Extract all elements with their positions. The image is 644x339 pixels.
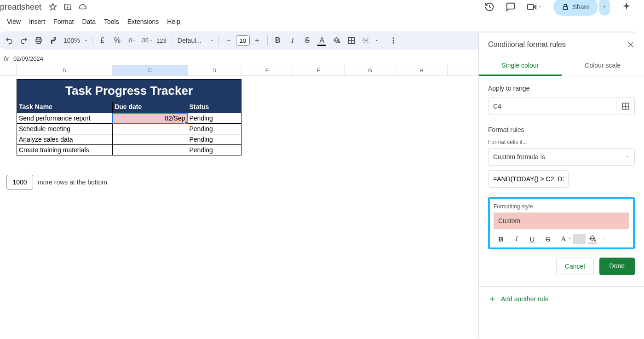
chevron-down-icon[interactable] bbox=[84, 38, 88, 43]
style-preview[interactable]: Custom bbox=[494, 213, 629, 229]
formula-value[interactable]: 02/09/2024 bbox=[13, 55, 43, 62]
chevron-down-icon[interactable] bbox=[374, 38, 379, 43]
task-header-due: Due date bbox=[113, 102, 187, 113]
strikethrough-button[interactable]: S bbox=[301, 34, 314, 47]
svg-marker-0 bbox=[50, 4, 57, 10]
formula-input[interactable] bbox=[488, 170, 569, 188]
increase-font-button[interactable]: + bbox=[251, 34, 264, 47]
more-formats-button[interactable]: 123 bbox=[155, 34, 168, 47]
table-row[interactable]: Analyze sales data Pending bbox=[17, 134, 241, 144]
formatting-style-box: Formatting style Custom B I U S A bbox=[488, 197, 635, 249]
underline-button[interactable]: U bbox=[526, 235, 539, 243]
strike-button[interactable]: S bbox=[541, 235, 554, 243]
conditional-format-panel: Conditional format rules Single colour C… bbox=[478, 33, 644, 338]
star-icon[interactable] bbox=[49, 3, 57, 11]
formatting-style-label: Formatting style bbox=[494, 203, 629, 210]
menu-bar: it View Insert Format Data Tools Extensi… bbox=[0, 15, 644, 29]
italic-button[interactable]: I bbox=[286, 34, 299, 47]
meet-icon[interactable] bbox=[527, 2, 542, 12]
font-family-select[interactable]: Defaul... bbox=[176, 37, 208, 44]
done-button[interactable]: Done bbox=[599, 258, 635, 275]
borders-button[interactable] bbox=[345, 34, 358, 47]
task-table: Task Progress Tracker Task Name Due date… bbox=[17, 79, 242, 155]
format-rules-label: Format rules bbox=[488, 126, 635, 133]
zoom-select[interactable]: 100% bbox=[62, 37, 82, 44]
title-bar: d spreadsheet Share bbox=[0, 0, 644, 14]
cells-if-label: Format cells if... bbox=[488, 139, 635, 145]
history-icon[interactable] bbox=[484, 2, 494, 12]
menu-view[interactable]: View bbox=[7, 18, 21, 25]
cell-selected[interactable]: 02/Sep bbox=[113, 113, 187, 123]
col-header-d[interactable]: D bbox=[188, 65, 242, 75]
svg-rect-3 bbox=[563, 6, 567, 10]
chevron-down-icon[interactable] bbox=[210, 38, 214, 43]
bold-button[interactable]: B bbox=[494, 235, 507, 243]
svg-point-13 bbox=[392, 42, 394, 44]
redo-button[interactable] bbox=[17, 34, 30, 47]
percent-button[interactable]: % bbox=[111, 34, 124, 47]
menu-data[interactable]: Data bbox=[82, 18, 96, 25]
panel-title: Conditional format rules bbox=[488, 40, 566, 49]
add-rule-button[interactable]: Add another rule bbox=[488, 295, 635, 303]
menu-format[interactable]: Format bbox=[53, 18, 74, 25]
svg-point-11 bbox=[392, 37, 394, 39]
more-rows: more rows at the bottom bbox=[6, 175, 107, 190]
apply-range-label: Apply to range bbox=[488, 85, 635, 92]
bold-button[interactable]: B bbox=[271, 34, 284, 47]
doc-title[interactable]: d spreadsheet bbox=[0, 2, 41, 12]
decrease-font-button[interactable]: − bbox=[222, 34, 235, 47]
text-color-button[interactable]: A bbox=[316, 34, 328, 47]
task-header-status: Status bbox=[187, 102, 241, 113]
col-header-g[interactable]: G bbox=[345, 65, 396, 75]
close-icon[interactable] bbox=[627, 40, 635, 49]
more-toolbar-button[interactable] bbox=[387, 34, 400, 47]
gemini-icon[interactable] bbox=[621, 1, 632, 12]
print-button[interactable] bbox=[32, 34, 45, 47]
italic-button[interactable]: I bbox=[510, 235, 523, 243]
more-rows-input[interactable] bbox=[6, 175, 33, 190]
task-header-name: Task Name bbox=[17, 102, 113, 113]
more-rows-label: more rows at the bottom bbox=[38, 178, 107, 186]
col-header-e[interactable]: E bbox=[242, 65, 293, 75]
col-header-b[interactable]: B bbox=[17, 65, 113, 75]
fill-color-button[interactable] bbox=[588, 235, 601, 243]
table-row[interactable]: Send performance report 02/Sep Pending bbox=[17, 113, 241, 123]
decrease-decimal-button[interactable]: .0← bbox=[126, 34, 138, 47]
menu-help[interactable]: Help bbox=[167, 18, 180, 25]
col-header-h[interactable]: H bbox=[396, 65, 448, 75]
font-size-input[interactable] bbox=[236, 35, 250, 46]
menu-tools[interactable]: Tools bbox=[104, 18, 119, 25]
fill-color-button[interactable] bbox=[330, 34, 343, 47]
cancel-button[interactable]: Cancel bbox=[556, 258, 594, 275]
col-header-c[interactable]: C bbox=[113, 65, 188, 75]
svg-point-19 bbox=[594, 240, 596, 241]
share-label: Share bbox=[573, 3, 590, 11]
svg-point-7 bbox=[339, 41, 340, 43]
chevron-down-icon bbox=[625, 155, 630, 159]
col-header-f[interactable]: F bbox=[293, 65, 345, 75]
cloud-status-icon[interactable] bbox=[78, 3, 87, 11]
comments-icon[interactable] bbox=[506, 2, 516, 12]
move-icon[interactable] bbox=[63, 3, 72, 11]
text-color-button[interactable]: A bbox=[557, 235, 570, 243]
svg-rect-1 bbox=[527, 5, 533, 10]
range-input[interactable]: C4 bbox=[488, 98, 616, 115]
select-range-button[interactable] bbox=[616, 98, 635, 115]
merge-button[interactable] bbox=[360, 34, 373, 47]
undo-button[interactable] bbox=[3, 34, 16, 47]
menu-extensions[interactable]: Extensions bbox=[127, 18, 159, 25]
currency-button[interactable]: £ bbox=[96, 34, 109, 47]
table-row[interactable]: Create training materials Pending bbox=[17, 144, 241, 155]
table-row[interactable]: Schedule meeting Pending bbox=[17, 123, 241, 134]
tab-single-colour[interactable]: Single colour bbox=[479, 56, 562, 76]
share-button[interactable]: Share bbox=[553, 0, 598, 16]
task-table-title: Task Progress Tracker bbox=[17, 80, 241, 102]
condition-select[interactable]: Custom formula is bbox=[488, 148, 635, 166]
fx-icon: fx bbox=[4, 55, 9, 63]
menu-insert[interactable]: Insert bbox=[29, 18, 45, 25]
share-dropdown[interactable] bbox=[599, 0, 610, 16]
svg-point-12 bbox=[392, 40, 394, 41]
tab-colour-scale[interactable]: Colour scale bbox=[562, 56, 644, 76]
increase-decimal-button[interactable]: .00→ bbox=[140, 34, 153, 47]
paint-format-button[interactable] bbox=[47, 34, 60, 47]
